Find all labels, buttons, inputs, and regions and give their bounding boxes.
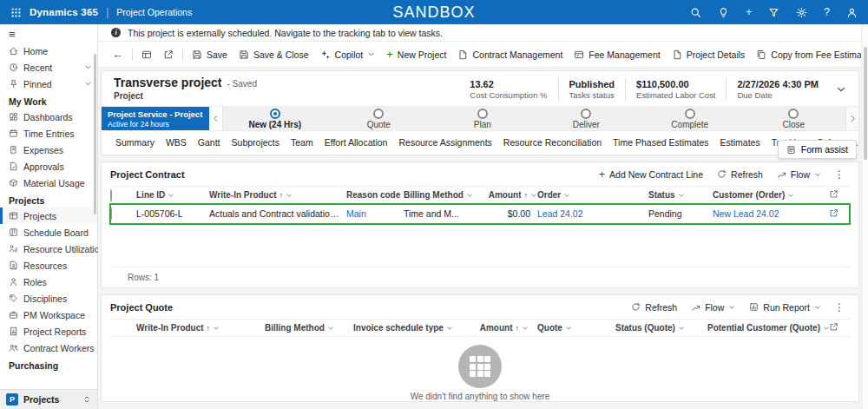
column-header-invoice-schedule-type[interactable]: Invoice schedule type	[353, 323, 477, 333]
refresh-icon	[631, 302, 641, 312]
project-details-button[interactable]: Project Details	[667, 46, 751, 63]
tab-gantt[interactable]: Gantt	[198, 137, 220, 155]
sidebar-item-pinned[interactable]: Pinned	[0, 76, 97, 92]
run-report-button[interactable]: Run Report	[743, 300, 827, 315]
sidebar-item-schedule-board[interactable]: Schedule Board	[0, 224, 97, 241]
chevron-right-icon	[849, 115, 857, 122]
area-switcher[interactable]: P Projects	[0, 389, 97, 409]
column-header-status-quote[interactable]: Status (Quote)	[615, 323, 707, 333]
contract-table-row[interactable]: L-005706-L Actuals and Contract validati…	[110, 204, 850, 224]
search-icon[interactable]	[690, 7, 701, 18]
cell-order-link[interactable]: Lead 24.02	[537, 208, 648, 219]
column-header-amount[interactable]: Amount↑	[477, 323, 529, 333]
more-commands-button[interactable]: ⋮	[829, 300, 850, 315]
sidebar-item-expenses[interactable]: Expenses	[0, 142, 97, 158]
cell-reason-code-link[interactable]: Main	[346, 208, 404, 219]
bpf-stage-quote[interactable]: Quote	[327, 107, 431, 130]
bpf-stage-deliver[interactable]: Deliver	[535, 107, 639, 130]
sidebar-item-pm-workspace[interactable]: PM Workspace	[0, 307, 97, 323]
collapse-header-chevron-icon[interactable]	[836, 84, 846, 95]
tab-effort-allocation[interactable]: Effort Allocation	[325, 137, 388, 155]
quick-create-plus-icon[interactable]: +	[746, 7, 752, 18]
flow-button[interactable]: Flow	[771, 167, 827, 182]
bpf-scroll-left-button[interactable]	[209, 107, 223, 130]
save-button[interactable]: Save	[187, 46, 233, 63]
sidebar-item-recent[interactable]: Recent	[0, 59, 97, 76]
sidebar-item-resources[interactable]: Resources	[0, 257, 97, 274]
help-icon[interactable]: ?	[824, 7, 830, 18]
column-header-billing-method[interactable]: Billing Method	[265, 323, 353, 333]
select-all-checkbox[interactable]	[110, 189, 112, 201]
sidebar-item-project-reports[interactable]: Project Reports	[0, 323, 97, 340]
form-assist-button[interactable]: Form assist	[778, 140, 857, 159]
column-header-status[interactable]: Status	[648, 190, 713, 200]
refresh-button[interactable]: Refresh	[711, 167, 769, 182]
sidebar-item-contract-workers[interactable]: Contract Workers	[0, 340, 97, 356]
chevron-down-icon	[728, 304, 735, 311]
tab-resource-reconciliation[interactable]: Resource Reconciliation	[503, 137, 602, 155]
tab-resource-assignments[interactable]: Resource Assignments	[398, 137, 491, 155]
sidebar-item-material-usage[interactable]: Material Usage	[0, 175, 97, 191]
show-as-button[interactable]	[136, 46, 157, 63]
tab-summary[interactable]: Summary	[115, 137, 155, 155]
fee-management-button[interactable]: Fee Management	[569, 46, 665, 63]
column-header-reason-code[interactable]: Reason code	[346, 190, 404, 200]
column-header-quote[interactable]: Quote	[529, 323, 615, 333]
user-avatar-icon[interactable]	[846, 7, 858, 18]
lightbulb-icon[interactable]	[718, 7, 729, 18]
copilot-button[interactable]: Copilot	[315, 46, 381, 63]
bpf-process-badge[interactable]: Project Service - Project ... Active for…	[102, 107, 209, 130]
open-record-popout-icon[interactable]	[829, 208, 838, 218]
column-header-write-in-product[interactable]: Write-In Product↑	[209, 190, 346, 200]
page-scrollbar[interactable]	[861, 24, 868, 409]
tab-team[interactable]: Team	[291, 137, 313, 155]
brand-logo[interactable]: Dynamics 365	[30, 7, 98, 17]
back-button[interactable]: ←	[107, 48, 128, 61]
sidebar-item-roles[interactable]: Roles	[0, 274, 97, 290]
sidebar-item-resource-utilization[interactable]: Resource Utilization	[0, 241, 97, 257]
sidebar-item-dashboards[interactable]: Dashboards	[0, 109, 97, 125]
flow-button[interactable]: Flow	[685, 300, 741, 315]
tab-subprojects[interactable]: Subprojects	[232, 137, 279, 155]
scrollbar-thumb[interactable]	[864, 47, 867, 160]
collapse-sidebar-icon[interactable]: ≡	[0, 24, 97, 43]
sidebar-item-projects[interactable]: Projects	[0, 208, 97, 224]
bpf-stage-new[interactable]: New (24 Hrs)	[223, 107, 327, 130]
bpf-stage-complete[interactable]: Complete	[638, 107, 742, 130]
bpf-scroll-right-button[interactable]	[845, 107, 858, 130]
column-header-write-in-product[interactable]: Write-In Product↑	[136, 323, 265, 333]
save-and-close-button[interactable]: Save & Close	[233, 46, 314, 63]
contract-management-button[interactable]: Contract Management	[452, 46, 568, 63]
column-header-order[interactable]: Order	[537, 190, 648, 200]
sidebar-item-approvals[interactable]: Approvals	[0, 158, 97, 175]
filter-icon[interactable]	[768, 7, 779, 18]
copy-from-fee-estimate-button[interactable]: Copy from Fee Estimate	[751, 46, 868, 63]
cell-customer-order-link[interactable]: New Lead 24.02	[713, 208, 829, 219]
column-header-billing-method[interactable]: Billing Method	[404, 190, 487, 200]
column-header-potential-customer-quote[interactable]: Potential Customer (Quote)	[707, 323, 829, 333]
plus-icon: +	[599, 170, 605, 179]
bpf-stage-plan[interactable]: Plan	[431, 107, 535, 130]
tab-estimates[interactable]: Estimates	[720, 137, 760, 155]
tab-time-phased-estimates[interactable]: Time Phased Estimates	[613, 137, 709, 155]
tab-wbs[interactable]: WBS	[166, 137, 187, 155]
popout-icon[interactable]	[829, 189, 838, 199]
more-commands-button[interactable]: ⋮	[829, 167, 850, 182]
sidebar-scrollbar[interactable]	[94, 54, 96, 214]
refresh-button[interactable]: Refresh	[625, 300, 683, 315]
column-header-line-id[interactable]: Line ID	[136, 190, 209, 200]
popout-icon[interactable]	[829, 322, 838, 332]
row-checkbox[interactable]	[110, 208, 112, 220]
new-project-button[interactable]: + New Project	[381, 46, 451, 63]
bpf-stage-close[interactable]: Close	[742, 107, 846, 130]
app-name[interactable]: Project Operations	[116, 7, 192, 17]
column-header-customer-order[interactable]: Customer (Order)	[713, 190, 829, 200]
sidebar-item-home[interactable]: Home	[0, 43, 97, 59]
waffle-menu-icon[interactable]	[10, 7, 22, 18]
open-in-new-window-button[interactable]	[158, 46, 179, 63]
column-header-amount[interactable]: Amount↑	[487, 190, 537, 200]
settings-gear-icon[interactable]	[796, 7, 807, 18]
sidebar-item-time-entries[interactable]: Time Entries	[0, 125, 97, 142]
add-new-contract-line-button[interactable]: + Add New Contract Line	[593, 167, 709, 182]
sidebar-item-disciplines[interactable]: Disciplines	[0, 290, 97, 307]
